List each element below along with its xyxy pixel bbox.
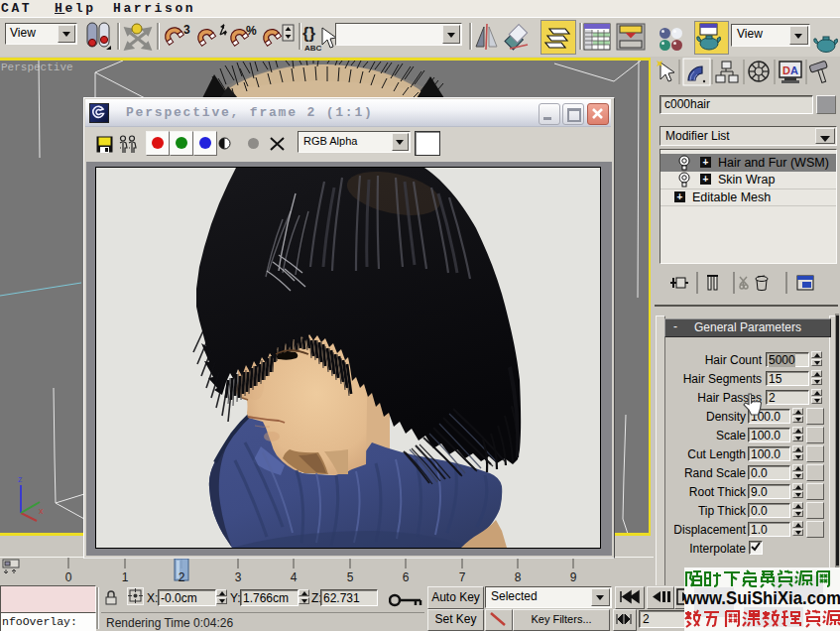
svg-text:ABC: ABC — [304, 44, 322, 53]
svg-text:6: 6 — [403, 570, 410, 584]
svg-text:3: 3 — [235, 570, 242, 584]
svg-text:0: 0 — [65, 570, 72, 584]
svg-text:z: z — [18, 474, 23, 484]
svg-text:8: 8 — [515, 570, 522, 584]
svg-text:{}: {} — [302, 24, 316, 43]
svg-text:www.SuiShiXia.com: www.SuiShiXia.com — [684, 588, 840, 608]
svg-text:4: 4 — [291, 570, 298, 584]
svg-text:3: 3 — [183, 23, 190, 37]
svg-text:x: x — [39, 506, 44, 516]
svg-text:7: 7 — [459, 570, 466, 584]
svg-text:A: A — [790, 64, 798, 76]
svg-text:2: 2 — [179, 570, 185, 584]
svg-text:%: % — [246, 24, 257, 38]
svg-text:D: D — [782, 64, 790, 76]
svg-text:5: 5 — [347, 570, 354, 584]
svg-text:1: 1 — [122, 570, 129, 584]
svg-text:9: 9 — [570, 570, 577, 584]
